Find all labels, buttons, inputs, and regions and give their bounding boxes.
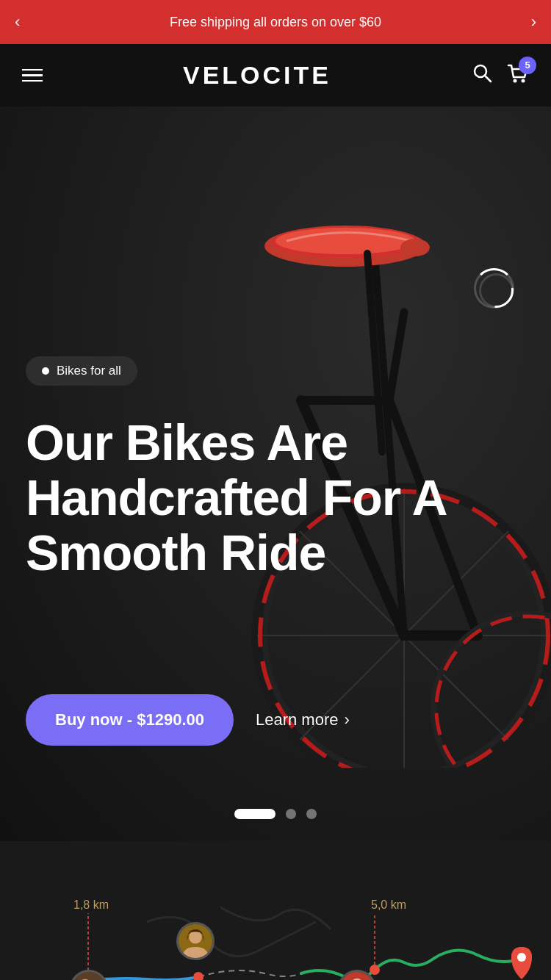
announcement-prev-arrow[interactable]: ‹ bbox=[15, 12, 20, 32]
learn-more-arrow: › bbox=[345, 710, 350, 729]
user-avatar-1 bbox=[176, 922, 215, 960]
site-logo[interactable]: VELOCITE bbox=[183, 61, 331, 90]
search-icon[interactable] bbox=[472, 62, 492, 88]
svg-line-1 bbox=[485, 76, 491, 82]
learn-more-text: Learn more bbox=[256, 710, 339, 729]
map-container: 1,8 km 3,2 km 5,0 km bbox=[0, 863, 551, 980]
svg-point-2 bbox=[514, 79, 517, 82]
hamburger-line-2 bbox=[22, 74, 43, 76]
cart-icon-wrapper[interactable]: 5 bbox=[507, 64, 529, 87]
announcement-next-arrow[interactable]: › bbox=[531, 12, 536, 32]
cart-badge: 5 bbox=[519, 57, 536, 74]
slider-dot-2[interactable] bbox=[286, 809, 296, 819]
distance-label-1: 1,8 km bbox=[73, 898, 109, 912]
header-icons: 5 bbox=[472, 62, 529, 88]
slider-dot-1[interactable] bbox=[234, 809, 276, 819]
learn-more-link[interactable]: Learn more › bbox=[256, 710, 350, 729]
slider-dot-3[interactable] bbox=[306, 809, 317, 819]
svg-point-25 bbox=[370, 965, 380, 975]
hero-section: Bikes for all Our Bikes Are Handcrafted … bbox=[0, 107, 551, 841]
category-badge: Bikes for all bbox=[26, 356, 137, 386]
buy-now-button[interactable]: Buy now - $1290.00 bbox=[26, 694, 234, 746]
announcement-text: Free shipping all orders on over $60 bbox=[20, 15, 530, 30]
svg-point-3 bbox=[522, 79, 525, 82]
hero-buttons: Buy now - $1290.00 Learn more › bbox=[26, 694, 525, 746]
map-section: 1,8 km 3,2 km 5,0 km bbox=[0, 841, 551, 980]
badge-text: Bikes for all bbox=[57, 364, 121, 378]
loading-indicator bbox=[474, 268, 514, 309]
distance-label-3: 5,0 km bbox=[371, 898, 406, 912]
hero-headline: Our Bikes Are Handcrafted For A Smooth R… bbox=[26, 415, 525, 580]
svg-point-16 bbox=[400, 239, 430, 256]
badge-dot bbox=[42, 367, 49, 375]
hamburger-line-1 bbox=[22, 69, 43, 71]
announcement-bar: ‹ Free shipping all orders on over $60 › bbox=[0, 0, 551, 44]
header: VELOCITE 5 bbox=[0, 44, 551, 107]
hamburger-line-3 bbox=[22, 80, 43, 82]
svg-point-29 bbox=[517, 953, 526, 962]
hamburger-menu[interactable] bbox=[22, 69, 43, 82]
svg-rect-32 bbox=[72, 972, 106, 980]
slider-dots bbox=[234, 809, 317, 819]
route-map bbox=[0, 863, 551, 980]
